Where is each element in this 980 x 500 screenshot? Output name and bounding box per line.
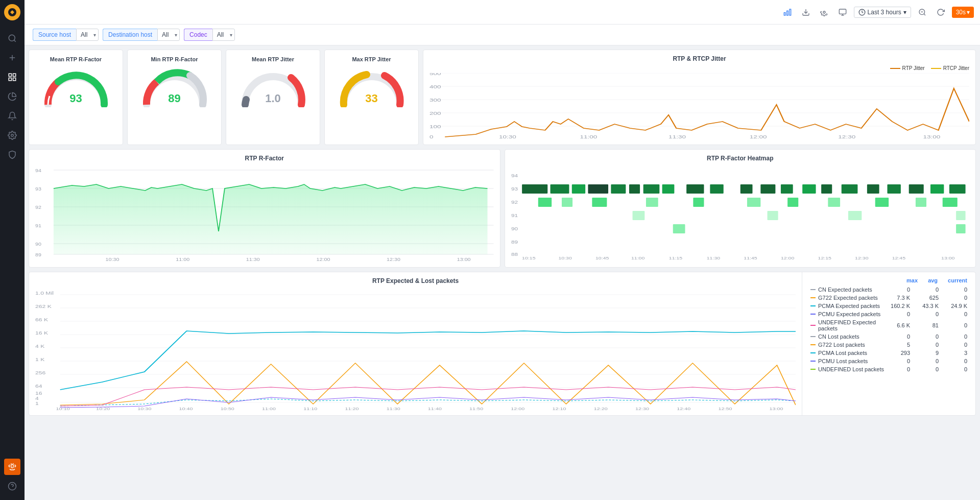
legend-current: 0: [949, 334, 967, 340]
codec-filter: Codec All: [184, 29, 235, 41]
legend-avg: 0: [920, 334, 939, 340]
legend-color-dot: [810, 289, 816, 290]
svg-text:11:00: 11:00: [580, 134, 597, 139]
svg-text:11:30: 11:30: [246, 257, 260, 262]
svg-rect-13: [839, 9, 846, 14]
svg-text:11:45: 11:45: [744, 256, 757, 260]
legend-row: PCMU Expected packets 0 0 0: [810, 310, 967, 318]
svg-text:91: 91: [511, 212, 518, 218]
sidebar-item-pie[interactable]: [4, 88, 20, 105]
legend-row: PCMA Expected packets 160.2 K 43.3 K 24.…: [810, 302, 967, 310]
bar-chart-icon[interactable]: [780, 5, 795, 19]
svg-text:12:00: 12:00: [316, 257, 330, 262]
legend-max: 0: [892, 366, 910, 372]
svg-text:11:30: 11:30: [706, 256, 720, 260]
legend-row: CN Lost packets 0 0 0: [810, 332, 967, 341]
svg-marker-49: [54, 184, 488, 254]
svg-text:4 K: 4 K: [35, 344, 45, 349]
zoom-out-icon[interactable]: [915, 5, 929, 19]
svg-text:92: 92: [511, 199, 518, 204]
jitter-legend-rtp: RTP Jitter: [890, 65, 925, 71]
legend-max: 293: [892, 350, 910, 356]
sidebar-item-search[interactable]: [4, 30, 20, 46]
legend-label: PCMA Expected packets: [810, 303, 891, 309]
gauge-mean-rtp-title: Mean RTP R-Factor: [50, 56, 102, 62]
rfactor-panel: RTP R-Factor: [29, 149, 500, 268]
svg-text:88: 88: [511, 251, 518, 256]
svg-text:10:30: 10:30: [137, 406, 151, 410]
svg-text:13:00: 13:00: [941, 256, 954, 260]
gear-icon[interactable]: [817, 5, 831, 19]
destination-host-select[interactable]: All: [157, 29, 180, 41]
legend-color-dot: [810, 344, 816, 345]
sidebar-item-shield[interactable]: [4, 147, 20, 163]
legend-color-dot: [810, 297, 816, 298]
svg-text:12:50: 12:50: [718, 406, 732, 410]
svg-rect-98: [956, 211, 965, 220]
svg-text:10:30: 10:30: [499, 134, 516, 139]
svg-rect-79: [867, 184, 879, 194]
svg-rect-96: [767, 211, 778, 220]
app-logo[interactable]: [4, 4, 20, 20]
svg-text:12:20: 12:20: [594, 406, 608, 410]
heatmap-svg: 94 93 92 91 90 89 88: [511, 165, 970, 262]
row-rfactor-heatmap: RTP R-Factor: [29, 149, 976, 268]
svg-rect-69: [643, 184, 659, 194]
jitter-chart-svg: 500 400 300 200 100 0 10:30 11:00 11:30 …: [429, 73, 969, 139]
time-range-picker[interactable]: Last 3 hours ▾: [854, 7, 911, 18]
svg-text:90: 90: [511, 226, 518, 231]
svg-rect-5: [9, 78, 11, 81]
svg-rect-71: [686, 184, 704, 194]
legend-text: UNDEFINED Expected packets: [818, 319, 892, 331]
svg-text:12:30: 12:30: [635, 406, 649, 410]
sidebar-item-grid[interactable]: [4, 69, 20, 85]
packets-title: RTP Expected & Lost packets: [35, 277, 796, 284]
svg-text:300: 300: [429, 98, 441, 102]
sidebar-item-bug[interactable]: [4, 459, 20, 475]
svg-rect-88: [693, 198, 704, 207]
legend-values: 0 0 0: [892, 287, 967, 293]
legend-current: 0: [949, 342, 967, 348]
svg-text:89: 89: [511, 239, 518, 244]
svg-text:12:00: 12:00: [750, 134, 767, 139]
jitter-panel: RTP & RTCP Jitter RTP Jitter RTCP Jitter: [423, 50, 976, 145]
heatmap-panel: RTP R-Factor Heatmap 94 93 92 91 90 89 8…: [505, 149, 976, 268]
legend-values: 7.3 K 625 0: [892, 295, 967, 301]
sidebar-item-bell[interactable]: [4, 108, 20, 124]
svg-text:256: 256: [35, 370, 45, 375]
svg-rect-95: [632, 211, 644, 220]
codec-select[interactable]: All: [212, 29, 235, 41]
legend-current: 3: [949, 350, 967, 356]
destination-host-label: Destination host: [103, 29, 157, 41]
svg-rect-84: [538, 198, 551, 207]
legend-row: PCMU Lost packets 0 0 0: [810, 357, 967, 365]
legend-color-dot: [810, 352, 816, 353]
legend-color-dot: [810, 314, 816, 315]
svg-text:10:15: 10:15: [522, 256, 535, 260]
legend-values: 0 0 0: [892, 334, 967, 340]
topbar: Last 3 hours ▾ 30s ▾: [25, 0, 980, 25]
sidebar-item-plus[interactable]: [4, 50, 20, 66]
svg-text:12:00: 12:00: [780, 256, 794, 260]
heatmap-title: RTP R-Factor Heatmap: [511, 155, 970, 162]
legend-avg: 0: [920, 287, 939, 293]
export-icon[interactable]: [799, 5, 813, 19]
gauge-mean-jitter-value: 1.0: [265, 92, 281, 105]
refresh-icon[interactable]: [934, 5, 948, 19]
svg-rect-4: [13, 78, 16, 81]
destination-host-filter: Destination host All: [103, 29, 180, 41]
sidebar-item-help[interactable]: [4, 478, 20, 494]
source-host-select[interactable]: All: [76, 29, 99, 41]
svg-rect-78: [841, 184, 857, 194]
refresh-button[interactable]: 30s ▾: [952, 7, 974, 18]
svg-line-18: [924, 14, 925, 15]
svg-text:1.0 Mil: 1.0 Mil: [35, 291, 54, 296]
svg-rect-90: [787, 198, 798, 207]
filter-bar: Source host All Destination host All Cod…: [25, 25, 980, 45]
svg-text:262 K: 262 K: [35, 304, 52, 309]
sidebar-item-settings[interactable]: [4, 127, 20, 144]
rfactor-title: RTP R-Factor: [35, 155, 494, 162]
rfactor-chart-svg: 94 93 92 91 90 89 10:30 11:00 11:30 12:0…: [35, 165, 494, 262]
monitor-icon[interactable]: [835, 5, 850, 19]
svg-text:200: 200: [429, 111, 441, 115]
